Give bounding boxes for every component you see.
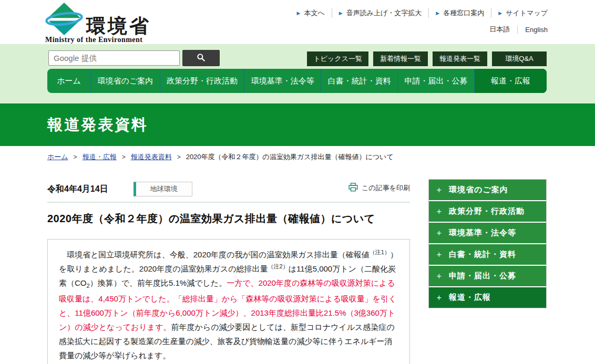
plus-icon: ＋	[435, 250, 443, 259]
search-icon	[197, 53, 206, 64]
utility-link-label: 本文へ	[304, 8, 324, 18]
triangle-arrow-icon: ▶	[436, 11, 439, 16]
article-paragraph: 環境省と国立環境研究所は、今般、2020年度の我が国の温室効果ガス排出量（確報値…	[59, 247, 398, 362]
article-summary-box: 環境省と国立環境研究所は、今般、2020年度の我が国の温室効果ガス排出量（確報値…	[47, 239, 410, 364]
logo-title: 環境省	[86, 16, 151, 36]
nav-item-whitepaper[interactable]: 白書・統計・資料	[321, 69, 397, 93]
utility-link-label: 各種窓口案内	[443, 8, 484, 18]
page: 環境省 Ministry of the Environment ▶ 本文へ ▶ …	[0, 0, 595, 364]
printer-icon	[348, 183, 362, 193]
plus-icon: ＋	[435, 272, 443, 281]
lang-japanese[interactable]: 日本語	[482, 25, 517, 34]
quick-link-topics[interactable]: トピックス一覧	[307, 51, 368, 66]
search-button[interactable]	[182, 50, 220, 66]
sidebar-item-press[interactable]: ＋ 報道・広報	[429, 286, 546, 308]
quick-link-env-qa[interactable]: 環境Q&A	[492, 51, 547, 66]
article-title: 2020年度（令和２年度）の温室効果ガス排出量（確報値）について	[47, 212, 410, 226]
header-band: トピックス一覧 新着情報一覧 報道発表一覧 環境Q&A ホーム 環境省のご案内 …	[0, 44, 595, 103]
plus-icon: ＋	[435, 207, 443, 216]
footnote-ref-2: （注2）	[268, 263, 289, 269]
article-meta-row: 令和4年4月14日 地球環境 この記事を印刷	[47, 181, 410, 197]
plus-icon: ＋	[435, 293, 443, 303]
language-switcher: 日本語 English	[482, 25, 548, 34]
global-nav: ホーム 環境省のご案内 政策分野・行政活動 環境基準・法令等 白書・統計・資料 …	[47, 69, 547, 93]
category-tag[interactable]: 地球環境	[134, 182, 192, 196]
site-search	[48, 50, 220, 66]
utility-link-label: サイトマップ	[506, 8, 548, 18]
sidebar-item-label: 環境省のご案内	[449, 185, 508, 195]
article-column: 令和4年4月14日 地球環境 この記事を印刷 2020年度（令和２年度）の温室効…	[47, 181, 410, 364]
sidebar-item-policy[interactable]: ＋ 政策分野・行政活動	[429, 200, 546, 222]
breadcrumb-home[interactable]: ホーム	[47, 152, 68, 162]
moe-logo[interactable]: 環境省 Ministry of the Environment	[45, 2, 151, 44]
sidebar-item-label: 政策分野・行政活動	[449, 206, 525, 216]
utility-link-sitemap[interactable]: ▶ サイトマップ	[491, 8, 548, 18]
breadcrumb-press-materials[interactable]: 報道発表資料	[131, 152, 172, 162]
triangle-arrow-icon: ▶	[297, 11, 301, 16]
nav-item-policy[interactable]: 政策分野・行政活動	[160, 69, 244, 93]
search-input[interactable]	[48, 50, 180, 66]
triangle-arrow-icon: ▶	[339, 11, 343, 16]
meta-divider	[47, 202, 410, 203]
footnote-ref-1: （注1）	[370, 249, 390, 255]
quick-link-whats-new[interactable]: 新着情報一覧	[373, 51, 428, 66]
sidebar-item-label: 報道・広報	[449, 293, 491, 303]
plus-icon: ＋	[435, 185, 443, 195]
plus-icon: ＋	[435, 228, 443, 238]
nav-item-home[interactable]: ホーム	[47, 69, 90, 93]
sidebar-item-whitepaper[interactable]: ＋ 白書・統計・資料	[429, 243, 546, 265]
sidebar-item-label: 環境基準・法令等	[449, 228, 516, 238]
print-label: この記事を印刷	[362, 183, 410, 193]
sidebar-item-applications[interactable]: ＋ 申請・届出・公募	[429, 265, 546, 286]
moe-logo-icon	[45, 2, 83, 38]
site-header: 環境省 Ministry of the Environment ▶ 本文へ ▶ …	[0, 0, 595, 44]
logo-subtitle: Ministry of the Environment	[45, 36, 151, 44]
print-link[interactable]: この記事を印刷	[348, 183, 410, 193]
nav-item-standards[interactable]: 環境基準・法令等	[244, 69, 321, 93]
sidebar-item-about[interactable]: ＋ 環境省のご案内	[429, 180, 546, 200]
article-date: 令和4年4月14日	[47, 184, 108, 195]
breadcrumb-press[interactable]: 報道・広報	[83, 152, 117, 162]
body-segment: 環境省と国立環境研究所は、今般、2020年度の我が国の温室効果ガス排出量（確報値	[59, 250, 370, 259]
triangle-arrow-icon: ▶	[498, 11, 502, 16]
sidebar-item-label: 白書・統計・資料	[449, 249, 516, 259]
utility-link-accessibility[interactable]: ▶ 音声読み上げ・文字拡大	[332, 8, 429, 18]
utility-link-contact[interactable]: ▶ 各種窓口案内	[428, 8, 491, 18]
sidebar-item-standards[interactable]: ＋ 環境基準・法令等	[429, 222, 546, 243]
utility-links: ▶ 本文へ ▶ 音声読み上げ・文字拡大 ▶ 各種窓口案内 ▶ サイトマップ	[297, 8, 548, 18]
utility-link-main-text[interactable]: ▶ 本文へ	[297, 8, 332, 18]
breadcrumb-separator: >	[177, 153, 181, 161]
breadcrumb: ホーム > 報道・広報 > 報道発表資料 > 2020年度（令和２年度）の温室効…	[47, 152, 547, 162]
quick-link-press-releases[interactable]: 報道発表一覧	[433, 51, 487, 66]
sidebar-menu: ＋ 環境省のご案内 ＋ 政策分野・行政活動 ＋ 環境基準・法令等 ＋ 白書・統計…	[428, 179, 547, 308]
breadcrumb-separator: >	[74, 153, 77, 161]
breadcrumb-separator: >	[122, 153, 126, 161]
breadcrumb-current: 2020年度（令和２年度）の温室効果ガス排出量（確報値）について	[186, 152, 394, 162]
nav-item-press[interactable]: 報道・広報	[474, 69, 547, 93]
sidebar-item-label: 申請・届出・公募	[449, 271, 516, 281]
utility-link-label: 音声読み上げ・文字拡大	[346, 8, 422, 18]
quick-links: トピックス一覧 新着情報一覧 報道発表一覧 環境Q&A	[307, 51, 547, 66]
nav-item-about[interactable]: 環境省のご案内	[90, 69, 160, 93]
page-title: 報道発表資料	[47, 115, 148, 136]
nav-item-applications[interactable]: 申請・届出・公募	[397, 69, 474, 93]
lang-english[interactable]: English	[517, 26, 548, 34]
body-segment: ）換算）で、前年度比5.1%減でした。	[90, 278, 227, 287]
page-banner: 報道発表資料	[0, 103, 595, 146]
